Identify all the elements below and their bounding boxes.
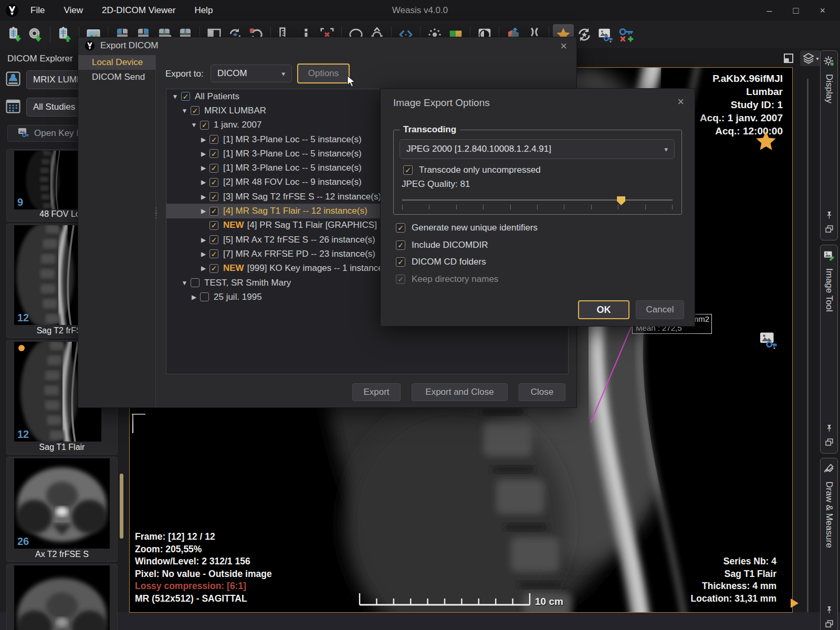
close-icon[interactable]: × — [820, 5, 825, 16]
window-small-icon[interactable] — [825, 438, 834, 449]
gear-icon — [823, 55, 835, 69]
checkbox-generate-new-unique-identifiers[interactable]: ✓Generate new unique identifiers — [394, 223, 538, 233]
tab-image-tool[interactable]: Image Tool — [820, 245, 838, 454]
expand-closed-icon[interactable]: ▶ — [190, 293, 198, 301]
options-button[interactable]: Options — [297, 64, 350, 83]
tab-label: Display — [824, 74, 834, 206]
export-key-image-icon[interactable] — [595, 24, 616, 45]
tree-checkbox[interactable]: ✓ — [181, 92, 190, 101]
tree-checkbox[interactable]: ✓ — [209, 178, 218, 187]
expand-open-icon[interactable]: ▼ — [180, 107, 189, 114]
menu-file[interactable]: File — [30, 5, 45, 16]
export-dialog-titlebar[interactable]: Export DICOM — [78, 37, 576, 54]
nav-dicom-send[interactable]: DICOM Send — [78, 70, 155, 85]
new-badge: NEW — [223, 220, 244, 230]
menu-2d-dicom-viewer[interactable]: 2D-DICOM Viewer — [102, 5, 175, 16]
layers-menu-icon[interactable]: ▾ — [800, 50, 821, 66]
refresh-series-icon[interactable] — [574, 24, 595, 45]
expand-closed-icon[interactable]: ▶ — [199, 178, 208, 186]
series-thumbnail[interactable]: 26Ax T2 frFSE S — [6, 457, 118, 562]
expand-closed-icon[interactable]: ▶ — [199, 265, 208, 272]
tree-checkbox[interactable]: ✓ — [209, 207, 218, 216]
tree-checkbox[interactable] — [200, 292, 209, 301]
expand-closed-icon[interactable]: ▶ — [199, 150, 208, 158]
menu-bar: FileView2D-DICOM ViewerHelp Weasis v4.0.… — [0, 0, 840, 21]
expand-closed-icon[interactable]: ▶ — [199, 136, 208, 143]
close-icon[interactable]: × — [677, 96, 684, 108]
window-small-icon[interactable] — [825, 620, 834, 630]
checkbox-dicom-cd-folders[interactable]: ✓DICOM CD folders — [394, 257, 486, 267]
close-button[interactable]: Close — [519, 383, 565, 401]
thumbnail-image: 9 — [14, 151, 81, 209]
patient-info-line: Acq.: 1 janv. 2007 — [700, 111, 783, 124]
jpeg-quality-slider[interactable] — [402, 196, 673, 210]
tree-label: [1] MR 3-Plane Loc -- 5 instance(s) — [223, 163, 362, 173]
pin-icon[interactable] — [825, 424, 834, 435]
expand-open-icon[interactable]: ▼ — [190, 121, 198, 129]
menu-view[interactable]: View — [64, 5, 83, 16]
patient-info-line: Study ID: 1 — [700, 98, 783, 111]
thumbnail-scrollbar[interactable] — [120, 474, 123, 539]
window-small-icon[interactable] — [825, 225, 834, 236]
status-line: Zoom: 205,55% — [135, 543, 272, 556]
expand-closed-icon[interactable]: ▶ — [199, 236, 208, 244]
chevron-down-icon: ▾ — [274, 70, 285, 78]
instance-count: 12 — [17, 312, 29, 324]
tree-checkbox[interactable]: ✓ — [209, 221, 218, 230]
cancel-button[interactable]: Cancel — [636, 300, 684, 319]
export-dialog-title: Export DICOM — [100, 40, 159, 51]
tree-checkbox[interactable] — [191, 278, 200, 287]
expand-closed-icon[interactable]: ▶ — [199, 164, 208, 172]
expand-closed-icon[interactable]: ▶ — [199, 250, 208, 258]
tree-checkbox[interactable]: ✓ — [209, 192, 218, 201]
tree-checkbox[interactable]: ✓ — [200, 121, 209, 130]
draw-measure-icon — [823, 463, 835, 476]
tree-checkbox[interactable]: ✓ — [209, 264, 218, 273]
expand-closed-icon[interactable]: ▶ — [199, 193, 208, 201]
export-to-combo[interactable]: DICOM ▾ — [211, 65, 292, 82]
splitter-handle[interactable]: ⋮⋮ — [152, 208, 160, 217]
window-controls: –□× — [767, 5, 825, 16]
tree-checkbox[interactable]: ✓ — [209, 164, 218, 173]
ok-button[interactable]: OK — [578, 300, 629, 319]
expand-open-icon[interactable]: ▼ — [171, 93, 180, 100]
tree-label: [1] MR 3-Plane Loc -- 5 instance(s) — [223, 149, 362, 159]
export-button[interactable]: Export — [352, 383, 401, 401]
nav-local-device[interactable]: Local Device — [78, 55, 155, 70]
status-strip — [0, 612, 840, 630]
pin-icon[interactable] — [825, 605, 834, 616]
export-and-close-button[interactable]: Export and Close — [412, 383, 508, 401]
restore-view-icon[interactable] — [782, 52, 795, 65]
tree-checkbox[interactable]: ✓ — [209, 135, 218, 144]
expand-closed-icon[interactable]: ▶ — [199, 207, 208, 215]
expand-open-icon[interactable]: ▼ — [180, 279, 189, 287]
tree-checkbox[interactable]: ✓ — [209, 249, 218, 258]
tab-display[interactable]: Display — [820, 50, 838, 240]
tree-checkbox[interactable]: ✓ — [209, 235, 218, 244]
key-edit-icon[interactable] — [616, 24, 637, 45]
transcode-only-checkbox[interactable]: ✓ Transcode only uncompressed — [402, 165, 541, 175]
key-image-marker-icon[interactable] — [759, 330, 778, 351]
instance-count: 9 — [17, 196, 23, 208]
pin-icon[interactable] — [825, 211, 834, 222]
tab-draw-measure[interactable]: Draw & Measure — [820, 458, 838, 630]
patient-info-line: Lumbar — [700, 85, 783, 98]
series-scrollbar[interactable] — [807, 79, 808, 612]
slider-thumb[interactable] — [617, 196, 625, 205]
checkbox-include-dicomdir[interactable]: ✓Include DICOMDIR — [394, 240, 488, 250]
patient-info-overlay: P.aKbX.96ifMJILumbarStudy ID: 1Acq.: 1 j… — [700, 72, 783, 138]
menu-help[interactable]: Help — [194, 5, 213, 16]
export-dicom-icon[interactable] — [54, 24, 75, 45]
maximize-icon[interactable]: □ — [793, 5, 799, 16]
image-status-overlay: Frame: [12] 12 / 12Zoom: 205,55%Window/L… — [135, 531, 272, 605]
series-thumbnail[interactable] — [6, 564, 118, 630]
minimize-icon[interactable]: – — [767, 5, 772, 16]
weasis-logo-icon — [5, 4, 19, 17]
tree-checkbox[interactable]: ✓ — [191, 106, 200, 115]
mouse-cursor — [346, 75, 358, 89]
import-dicom-icon[interactable] — [4, 24, 25, 45]
tree-checkbox[interactable]: ✓ — [209, 149, 218, 158]
status-line: Thickness: 4 mm — [691, 580, 776, 593]
close-icon[interactable]: × — [560, 40, 567, 52]
import-cd-icon[interactable] — [25, 24, 46, 45]
